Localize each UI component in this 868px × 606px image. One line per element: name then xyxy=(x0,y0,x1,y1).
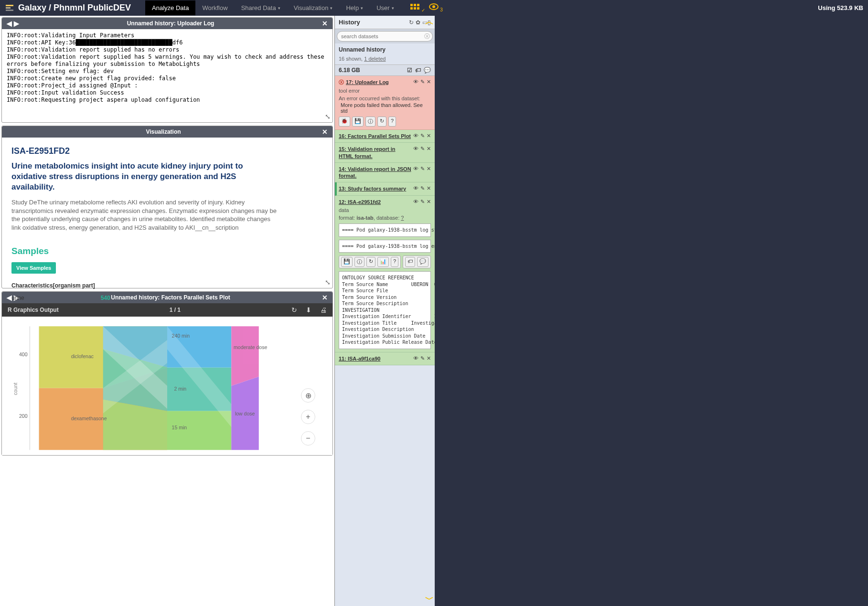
panel-next-icon[interactable]: ▶ xyxy=(13,20,20,27)
tags-icon[interactable]: 🏷 xyxy=(415,67,421,74)
dataset-item[interactable]: 16: Factors Parallel Sets Plot 👁✎✕ xyxy=(335,130,435,143)
svg-text:200: 200 xyxy=(19,413,28,419)
help-icon[interactable]: ? xyxy=(388,117,396,127)
delete-icon[interactable]: ✕ xyxy=(427,355,431,361)
history-options-icon[interactable]: ✿ xyxy=(416,19,420,26)
caret-down-icon: ▾ xyxy=(392,6,394,11)
select-all-icon[interactable]: ☑ xyxy=(407,67,412,74)
print-icon[interactable]: 🖨 xyxy=(320,306,327,314)
dataset-name[interactable]: 14: Validation report in JSON format. xyxy=(339,166,413,180)
visualization-content: ISA-E2951FD2 Urine metabolomics insight … xyxy=(2,138,332,288)
download-icon[interactable]: ⬇ xyxy=(306,306,311,314)
resize-handle-icon[interactable]: ⤡ xyxy=(325,113,331,120)
dataset-name[interactable]: 17: Uploader Log xyxy=(346,79,413,85)
history-name[interactable]: Unnamed history xyxy=(335,43,435,56)
dataset-item-expanded[interactable]: 12: ISA-e2951fd2 👁✎✕ data format: isa-ta… xyxy=(335,196,435,352)
dataset-item[interactable]: 13: Study factors summary 👁✎✕ xyxy=(335,182,435,195)
dataset-item[interactable]: 11: ISA-a9f1ca90 👁✎✕ xyxy=(335,352,435,365)
panel-close-icon[interactable]: ✕ xyxy=(321,20,329,27)
edit-icon[interactable]: ✎ xyxy=(420,79,425,85)
zoom-out-button[interactable]: − xyxy=(301,431,315,446)
scratchbook-eye-icon[interactable]: 3 xyxy=(429,3,443,12)
display-icon[interactable]: 👁 xyxy=(413,133,418,139)
nav-workflow[interactable]: Workflow xyxy=(195,0,234,15)
view-samples-button[interactable]: View Samples xyxy=(11,262,56,274)
refresh-icon[interactable]: ↻ xyxy=(409,19,414,26)
nav-user[interactable]: User▾ xyxy=(370,0,400,15)
panel-close-icon[interactable]: ✕ xyxy=(321,128,329,136)
delete-icon[interactable]: ✕ xyxy=(427,133,431,139)
info-icon[interactable]: ⓘ xyxy=(365,117,375,127)
delete-icon[interactable]: ✕ xyxy=(427,166,431,172)
dataset-actions: 🐞 💾 ⓘ ↻ ? xyxy=(339,117,431,127)
edit-icon[interactable]: ✎ xyxy=(420,146,425,152)
history-header: History ↻ ✿ ▭▯ xyxy=(335,16,435,29)
search-input[interactable] xyxy=(337,31,433,42)
nav-shared-data[interactable]: Shared Data▾ xyxy=(235,0,287,15)
dataset-item[interactable]: 14: Validation report in JSON format. 👁✎… xyxy=(335,163,435,183)
nav-visualization[interactable]: Visualization▾ xyxy=(287,0,340,15)
edit-icon[interactable]: ✎ xyxy=(420,355,425,361)
panel-uploader-log: ◀ ▶ Unnamed history: Uploader Log ✕ INFO… xyxy=(1,17,333,123)
brand[interactable]: Galaxy / Phnmnl PublicDEV xyxy=(5,3,131,13)
dataset-name[interactable]: 12: ISA-e2951fd2 xyxy=(339,199,413,205)
dataset-name[interactable]: 13: Study factors summary xyxy=(339,185,413,192)
rotate-icon[interactable]: ↻ xyxy=(291,306,297,314)
quota-meter[interactable]: Using 523.9 KB xyxy=(818,4,863,11)
edit-icon[interactable]: ✎ xyxy=(420,133,425,139)
delete-icon[interactable]: ✕ xyxy=(427,199,431,205)
save-icon[interactable]: 💾 xyxy=(352,117,364,127)
display-icon[interactable]: 👁 xyxy=(413,355,418,361)
study-description: Study DeThe urinary metabolome reflects … xyxy=(11,198,279,232)
nav-help[interactable]: Help▾ xyxy=(339,0,370,15)
clear-search-icon[interactable]: ⓧ xyxy=(424,32,430,41)
dataset-item[interactable]: ⓧ 17: Uploader Log 👁 ✎ ✕ tool error An e… xyxy=(335,76,435,130)
svg-text:400: 400 xyxy=(19,351,28,357)
delete-icon[interactable]: ✕ xyxy=(427,79,431,85)
annotation-icon[interactable]: 💬 xyxy=(417,257,429,267)
visualize-icon[interactable]: 📊 xyxy=(377,257,389,267)
edit-icon[interactable]: ✎ xyxy=(420,166,425,172)
save-icon[interactable]: 💾 xyxy=(341,257,353,267)
help-icon[interactable]: ? xyxy=(391,257,398,267)
info-icon[interactable]: ⓘ xyxy=(354,257,364,267)
display-icon[interactable]: 👁 xyxy=(413,79,418,85)
panel-visualization: Visualization ✕ ISA-E2951FD2 Urine metab… xyxy=(1,126,333,288)
caret-down-icon: ▾ xyxy=(278,6,280,11)
dataset-peek: ONTOLOGY SOURCE REFERENCE Term Source Na… xyxy=(339,271,431,349)
display-icon[interactable]: 👁 xyxy=(413,185,418,191)
delete-icon[interactable]: ✕ xyxy=(427,185,431,191)
delete-icon[interactable]: ✕ xyxy=(427,146,431,152)
nav-analyze-data[interactable]: Analyze Data xyxy=(145,0,195,15)
display-icon[interactable]: 👁 xyxy=(413,199,418,205)
svg-rect-1 xyxy=(6,7,11,9)
history-panel: ︿ History ↻ ✿ ▭▯ ⓧ Unnamed history 16 sh… xyxy=(334,16,435,606)
annotation-icon[interactable]: 💬 xyxy=(424,67,431,74)
display-icon[interactable]: 👁 xyxy=(413,146,418,152)
deleted-link[interactable]: 1 deleted xyxy=(364,56,386,62)
fit-page-button[interactable]: ⊕ xyxy=(301,388,315,403)
panel-prev-icon[interactable]: ◀ xyxy=(6,20,13,27)
edit-icon[interactable]: ✎ xyxy=(420,199,425,205)
bug-icon[interactable]: 🐞 xyxy=(339,117,350,127)
resize-handle-icon[interactable]: ⤡ xyxy=(325,278,331,286)
collapse-up-icon[interactable]: ︿ xyxy=(425,16,434,27)
tags-icon[interactable]: 🏷 xyxy=(405,257,415,267)
collapse-down-icon[interactable]: ﹀ xyxy=(425,594,434,605)
edit-icon[interactable]: ✎ xyxy=(420,185,425,191)
dataset-name[interactable]: 16: Factors Parallel Sets Plot xyxy=(339,133,413,139)
zoom-in-button[interactable]: + xyxy=(301,410,315,424)
dataset-item[interactable]: 15: Validation report in HTML format. 👁✎… xyxy=(335,143,435,163)
characteristic-value: urine xyxy=(11,295,24,301)
rerun-icon[interactable]: ↻ xyxy=(366,257,375,267)
dataset-name[interactable]: 15: Validation report in HTML format. xyxy=(339,146,413,159)
rerun-icon[interactable]: ↻ xyxy=(377,117,386,127)
scratchbook-icon[interactable]: ✓ xyxy=(410,4,425,12)
panel-header: ◀ ▶ Unnamed history: Uploader Log ✕ xyxy=(2,18,332,29)
display-icon[interactable]: 👁 xyxy=(413,166,418,172)
dataset-actions: 💾 ⓘ ↻ 📊 ? 🏷 💬 xyxy=(339,255,431,268)
masthead: Galaxy / Phnmnl PublicDEV Analyze Data W… xyxy=(0,0,868,16)
galaxy-logo-icon xyxy=(5,3,14,13)
dataset-name[interactable]: 11: ISA-a9f1ca90 xyxy=(339,355,413,362)
characteristic-label: Characteristics[organism part] xyxy=(11,282,323,289)
